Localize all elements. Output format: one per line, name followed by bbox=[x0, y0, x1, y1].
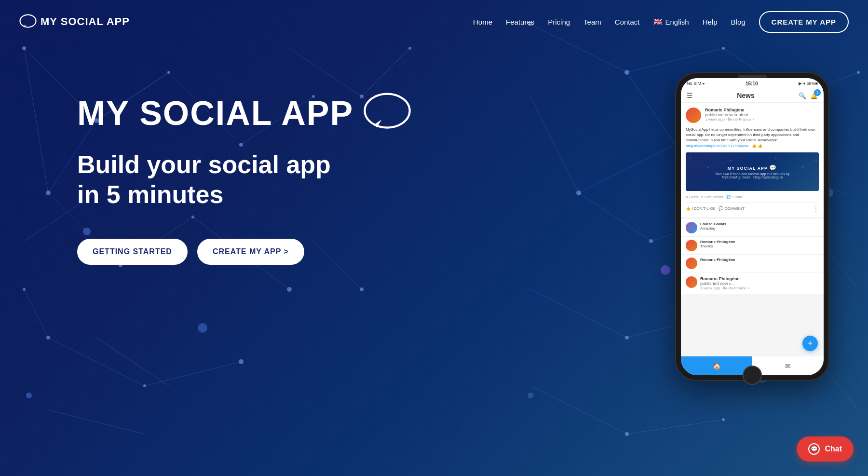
phone-outer: No SIM ▸ 15:10 ▶ ♦ 58%■ ☰ News 🔍 🔔 1 bbox=[675, 72, 829, 381]
hero-buttons: GETTING STARTED CREATE MY APP > bbox=[77, 239, 665, 265]
svg-point-86 bbox=[689, 157, 691, 159]
flag-icon: 🇬🇧 bbox=[653, 17, 663, 26]
create-my-app-button[interactable]: CREATE MY APP bbox=[759, 11, 849, 33]
phone-comment-2: Romaric Philogène Thanks bbox=[681, 237, 824, 255]
phone-comment-author-2: Romaric Philogène bbox=[700, 240, 819, 244]
phone-post-image-text: MY SOCIAL APP 💬 Your own iPhone and Andr… bbox=[713, 163, 792, 181]
logo[interactable]: MY SOCIAL APP bbox=[19, 14, 130, 29]
phone-second-post: Romaric Philogène published new c... 1 w… bbox=[681, 272, 824, 294]
phone-status-right: ▶ ♦ 58%■ bbox=[799, 81, 818, 86]
phone-mockup: No SIM ▸ 15:10 ▶ ♦ 58%■ ☰ News 🔍 🔔 1 bbox=[675, 72, 829, 381]
phone-comment-1: Louise Gallais Amazing bbox=[681, 219, 824, 237]
phone-post-header: Romaric Philogène published new content … bbox=[686, 108, 819, 123]
phone-second-post-action: published new c... bbox=[700, 281, 750, 286]
hero-section: MY SOCIAL APP Build your social app in 5… bbox=[0, 43, 868, 476]
phone-news-title: News bbox=[737, 92, 755, 99]
phone-main-post: Romaric Philogène published new content … bbox=[681, 103, 824, 217]
svg-point-88 bbox=[730, 160, 732, 162]
hero-title: MY SOCIAL APP bbox=[77, 96, 353, 130]
phone-fab-button[interactable]: + bbox=[802, 336, 818, 351]
phone-comment-author-1: Louise Gallais bbox=[700, 222, 819, 226]
phone-post-link: blog.mysocialapp.io/2017/12/16/your.. 👍 … bbox=[686, 144, 762, 148]
phone-post-action: published new content bbox=[705, 112, 819, 117]
create-my-app-hero-button[interactable]: CREATE MY APP > bbox=[197, 239, 304, 265]
svg-point-78 bbox=[20, 15, 36, 27]
phone-comment-avatar-1 bbox=[686, 222, 697, 233]
svg-point-89 bbox=[775, 157, 777, 159]
navbar: MY SOCIAL APP Home Features Pricing Team… bbox=[0, 0, 868, 43]
phone-post-author: Romaric Philogène bbox=[705, 108, 819, 112]
svg-point-80 bbox=[365, 94, 409, 128]
nav-pricing[interactable]: Pricing bbox=[548, 18, 570, 26]
phone-comment-3: Romaric Philogène bbox=[681, 255, 824, 272]
nav-team[interactable]: Team bbox=[583, 18, 601, 26]
phone-bell-icon: 🔔 1 bbox=[810, 92, 818, 99]
chat-bubble-icon: 💬 bbox=[808, 443, 820, 455]
chat-label: Chat bbox=[825, 445, 842, 453]
nav-english[interactable]: 🇬🇧 English bbox=[653, 17, 689, 26]
phone-nav-home[interactable]: 🏠 bbox=[681, 356, 752, 375]
phone-post-image: MY SOCIAL APP 💬 Your own iPhone and Andr… bbox=[686, 152, 819, 191]
phone-post-meta: Romaric Philogène published new content … bbox=[705, 108, 819, 122]
nav-home[interactable]: Home bbox=[473, 18, 492, 26]
phone-second-post-avatar bbox=[686, 276, 697, 288]
nav-links: Home Features Pricing Team Contact 🇬🇧 En… bbox=[473, 11, 849, 33]
hero-title-row: MY SOCIAL APP bbox=[77, 92, 665, 135]
phone-comment-avatar-2 bbox=[686, 240, 697, 251]
phone-status-bar: No SIM ▸ 15:10 ▶ ♦ 58%■ bbox=[681, 78, 824, 89]
phone-comment-content-2: Romaric Philogène Thanks bbox=[700, 240, 819, 248]
phone-notification-badge: 1 bbox=[814, 89, 821, 96]
phone-more-btn[interactable]: ⋮ bbox=[813, 205, 819, 212]
svg-line-85 bbox=[802, 160, 816, 167]
phone-mockup-container: No SIM ▸ 15:10 ▶ ♦ 58%■ ☰ News 🔍 🔔 1 bbox=[665, 72, 868, 381]
hero-subtitle: Build your social app in 5 minutes bbox=[77, 150, 665, 210]
phone-comment-content-1: Louise Gallais Amazing bbox=[700, 222, 819, 231]
chat-button[interactable]: 💬 Chat bbox=[797, 436, 854, 462]
svg-point-90 bbox=[802, 166, 804, 168]
phone-second-post-meta: Romaric Philogène published new c... 1 w… bbox=[700, 276, 750, 290]
phone-app-header: ☰ News 🔍 🔔 1 bbox=[681, 89, 824, 103]
phone-nav-messages[interactable]: ✉ bbox=[752, 356, 824, 375]
phone-header-icons: 🔍 🔔 1 bbox=[799, 92, 818, 99]
phone-status-left: No SIM ▸ bbox=[687, 81, 705, 86]
phone-second-post-time: 1 week ago · Île-de-France ♀ bbox=[700, 286, 750, 290]
phone-screen: No SIM ▸ 15:10 ▶ ♦ 58%■ ☰ News 🔍 🔔 1 bbox=[681, 78, 824, 375]
nav-features[interactable]: Features bbox=[506, 18, 534, 26]
phone-comment-text-2: Thanks bbox=[700, 244, 819, 248]
nav-help[interactable]: Help bbox=[703, 18, 718, 26]
phone-comment-author-3: Romaric Philogène bbox=[700, 258, 819, 262]
svg-line-82 bbox=[690, 158, 708, 167]
nav-contact[interactable]: Contact bbox=[615, 18, 640, 26]
phone-post-stats: 4 Likes · 5 Comments · 🌐 Public bbox=[686, 195, 819, 199]
phone-comment-content-3: Romaric Philogène bbox=[700, 258, 819, 262]
phone-dont-like-btn[interactable]: 👍 I DON'T LIKE bbox=[686, 206, 715, 211]
phone-post-avatar bbox=[686, 108, 701, 123]
phone-second-post-author: Romaric Philogène bbox=[700, 276, 750, 281]
phone-post-time: 1 week ago · Île-de-France ♀ bbox=[705, 117, 819, 122]
getting-started-button[interactable]: GETTING STARTED bbox=[77, 239, 188, 265]
phone-post-text: MySocialApp helps communities, influence… bbox=[686, 127, 819, 149]
svg-point-91 bbox=[815, 160, 817, 162]
phone-comment-btn[interactable]: 💬 COMMENT bbox=[719, 206, 745, 211]
hero-bubble-icon bbox=[363, 92, 411, 135]
phone-status-time: 15:10 bbox=[746, 81, 758, 86]
logo-bubble-icon bbox=[19, 14, 37, 29]
phone-search-icon: 🔍 bbox=[799, 92, 806, 99]
phone-home-button[interactable] bbox=[743, 366, 762, 385]
nav-blog[interactable]: Blog bbox=[731, 18, 746, 26]
phone-post-actions: 👍 I DON'T LIKE 💬 COMMENT ⋮ bbox=[686, 202, 819, 212]
phone-comment-avatar-3 bbox=[686, 258, 697, 269]
phone-comment-text-1: Amazing bbox=[700, 226, 819, 231]
phone-content: Romaric Philogène published new content … bbox=[681, 103, 824, 356]
logo-text: MY SOCIAL APP bbox=[41, 15, 130, 28]
svg-point-87 bbox=[707, 166, 709, 168]
hero-content: MY SOCIAL APP Build your social app in 5… bbox=[0, 82, 665, 265]
phone-menu-icon: ☰ bbox=[687, 92, 693, 99]
